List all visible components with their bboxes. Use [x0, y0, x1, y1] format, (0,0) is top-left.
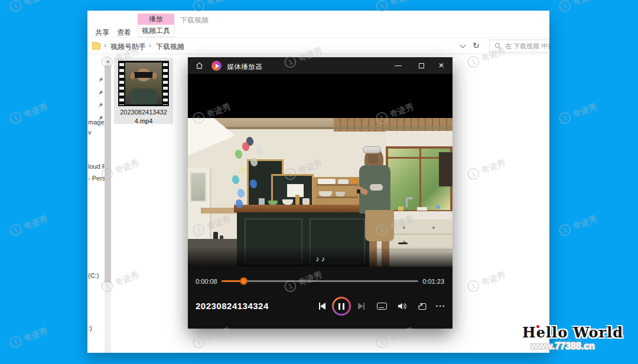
refresh-icon[interactable]: ↻: [473, 41, 480, 50]
bowl: [336, 192, 345, 196]
wood-slat-ceiling: [334, 118, 453, 132]
player-title: 媒体播放器: [227, 62, 262, 72]
site-watermark: 1奇迹秀: [8, 101, 50, 126]
breadcrumb-download-video[interactable]: 下载视频: [156, 42, 184, 52]
shelf: [317, 196, 358, 198]
maximize-button[interactable]: [411, 57, 432, 74]
sidebar-item-drive-c[interactable]: (C:): [88, 272, 99, 279]
file-name-line2: 4.mp4: [114, 117, 173, 126]
elapsed-time: 0:00:08: [196, 278, 217, 285]
ceiling-beam: [188, 127, 453, 129]
brand-red-dot: [536, 325, 539, 328]
site-watermark: 1奇迹秀: [558, 213, 599, 238]
sidebar-scrollbar[interactable]: [105, 57, 111, 353]
player-titlebar[interactable]: 媒体播放器 — ✕: [188, 57, 453, 74]
video-letterbox: [188, 74, 453, 118]
total-duration: 0:01:23: [422, 278, 444, 285]
sidebar-item-images[interactable]: mage: [88, 119, 105, 126]
search-input[interactable]: [505, 42, 549, 50]
explorer-window-title: 下载视频: [180, 15, 209, 25]
subtitles-icon: [377, 303, 387, 310]
subtitle-text: ♪ ♪: [188, 255, 453, 263]
desktop: 播放 下载视频 共享 查看 视频工具 › 视频号助手 › 下载视频 ↻: [0, 0, 638, 364]
next-button[interactable]: [353, 298, 369, 314]
site-watermark: 1奇迹秀: [8, 213, 50, 238]
sidebar-item-drive-d[interactable]: :): [88, 324, 92, 332]
sidebar-item[interactable]: v: [88, 129, 92, 136]
seek-thumb[interactable]: [240, 277, 248, 285]
album-disc: [236, 188, 245, 198]
thumb-headset: [134, 72, 154, 78]
tab-share[interactable]: 共享: [95, 28, 109, 38]
album-disc: [255, 145, 263, 155]
wall-above-window: [386, 131, 453, 147]
bowl: [319, 191, 332, 196]
counter-item: [436, 205, 440, 209]
minimize-button[interactable]: —: [388, 57, 409, 74]
folder-icon: [92, 43, 100, 50]
shelf: [317, 184, 358, 186]
close-button[interactable]: ✕: [431, 57, 452, 74]
contextual-tab-play[interactable]: 播放: [138, 14, 174, 25]
scrollbar-up-icon[interactable]: [105, 57, 111, 65]
counter-item: [398, 206, 403, 211]
bowl: [282, 199, 293, 205]
explorer-titlebar[interactable]: 播放 下载视频: [87, 11, 549, 25]
album-disc: [231, 175, 240, 185]
tab-video-tools[interactable]: 视频工具: [138, 25, 174, 37]
home-icon[interactable]: [195, 61, 204, 70]
album-disc: [234, 149, 243, 159]
video-frame[interactable]: ♪ ♪: [188, 118, 453, 267]
tab-view[interactable]: 查看: [117, 28, 131, 38]
search-box[interactable]: [489, 40, 549, 53]
door-window: [190, 172, 206, 202]
more-options-button[interactable]: ···: [432, 298, 449, 314]
previous-button[interactable]: [314, 298, 330, 314]
media-player-logo-icon: [211, 61, 222, 71]
thumb-person-body: [130, 88, 157, 104]
pause-icon: [334, 299, 349, 314]
breadcrumb-separator: ›: [104, 41, 106, 50]
counter-item: [417, 207, 427, 211]
thumb-hand: [131, 73, 135, 79]
site-watermark: 1奇迹秀: [558, 0, 599, 14]
rolled-sleeve: [370, 184, 383, 191]
sidebar-item-cloud-files[interactable]: loud F: [88, 163, 106, 170]
man-shorts: [365, 210, 394, 241]
island-countertop: [234, 205, 376, 212]
brand-watermark: Hello World www.77388.cn: [522, 324, 623, 352]
faucet: [406, 198, 408, 208]
dishes: [318, 179, 336, 184]
mini-player-button[interactable]: [414, 298, 430, 314]
man-beard: [368, 155, 378, 164]
faucet-spout: [406, 197, 413, 199]
address-dropdown-icon[interactable]: [460, 42, 466, 48]
wrist-watch: [357, 189, 360, 194]
site-watermark: 1奇迹秀: [558, 101, 599, 126]
maximize-icon: [419, 63, 424, 68]
drawer-knob: [432, 227, 435, 229]
thumbnail-image: [125, 63, 162, 104]
sidebar-item-personal[interactable]: - Pers: [88, 175, 105, 182]
site-watermark: 1奇迹秀: [8, 0, 50, 14]
now-playing-title: 20230824134324: [196, 301, 269, 311]
drawer-knob: [403, 227, 405, 229]
vision-pro-headset: [363, 146, 381, 153]
green-dish: [268, 201, 278, 205]
video-thumbnail: [118, 61, 169, 106]
scrollbar-thumb[interactable]: [105, 65, 111, 283]
address-bar: › 视频号助手 › 下载视频 ↻: [87, 38, 549, 54]
file-name-line1: 2023082413432: [114, 108, 173, 117]
seek-bar[interactable]: [222, 280, 418, 282]
breadcrumb-channel-assistant[interactable]: 视频号助手: [110, 42, 146, 52]
volume-button[interactable]: [393, 298, 410, 314]
subtitles-button[interactable]: [373, 298, 390, 314]
file-item-video[interactable]: 2023082413432 4.mp4: [114, 58, 173, 124]
album-disc: [237, 165, 246, 175]
media-player-window: 媒体播放器 — ✕: [188, 57, 453, 329]
pause-button[interactable]: [332, 297, 351, 316]
bottle: [295, 195, 300, 205]
range-hood: [439, 152, 453, 186]
volume-icon: [396, 301, 407, 311]
pin-icon: [97, 77, 103, 83]
